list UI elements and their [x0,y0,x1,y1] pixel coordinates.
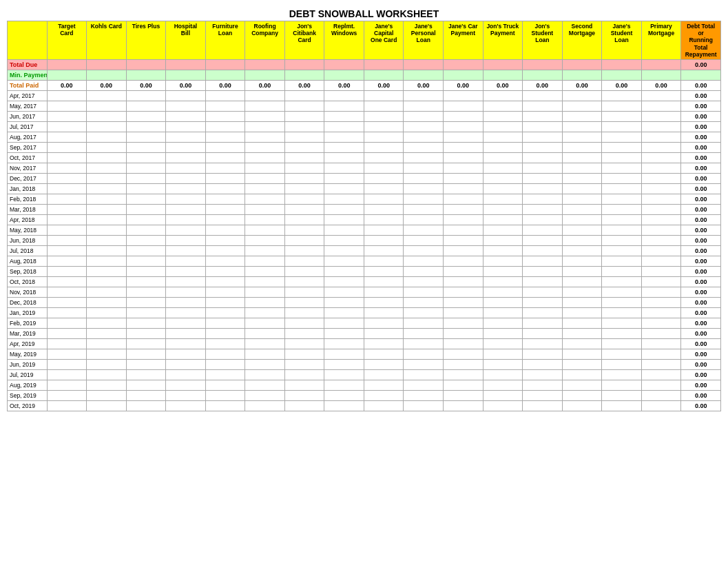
data-cell[interactable] [523,369,563,380]
data-cell[interactable] [602,194,642,204]
data-cell[interactable] [364,235,404,245]
data-cell[interactable] [324,400,364,411]
data-cell[interactable] [364,307,404,318]
data-cell[interactable] [364,287,404,297]
data-cell[interactable] [245,152,285,163]
data-cell[interactable] [284,121,324,132]
data-cell[interactable] [364,369,404,380]
data-cell[interactable] [205,163,245,173]
data-cell[interactable] [562,204,602,214]
data-cell[interactable] [523,194,563,204]
data-cell[interactable] [602,121,642,132]
data-cell[interactable] [562,194,602,204]
data-cell[interactable] [641,111,681,121]
data-cell[interactable] [47,214,87,225]
data-cell[interactable] [444,307,483,318]
data-cell[interactable] [47,204,87,214]
data-cell[interactable] [602,266,642,276]
data-cell[interactable] [284,318,324,328]
data-cell[interactable] [245,90,285,101]
data-cell[interactable] [166,101,206,111]
data-cell[interactable] [87,204,127,214]
data-cell[interactable] [205,142,245,152]
data-cell[interactable] [47,349,87,359]
data-cell[interactable] [166,90,206,101]
data-cell[interactable] [364,183,404,194]
data-cell[interactable] [324,390,364,400]
data-cell[interactable] [444,256,483,266]
data-cell[interactable] [245,235,285,245]
data-cell[interactable] [205,256,245,266]
data-cell[interactable] [47,183,87,194]
data-cell[interactable] [284,101,324,111]
data-cell[interactable] [126,204,166,214]
data-cell[interactable] [444,163,483,173]
data-cell[interactable] [641,204,681,214]
data-cell[interactable] [404,194,444,204]
data-cell[interactable] [364,111,404,121]
data-cell[interactable] [523,111,563,121]
data-cell[interactable] [602,152,642,163]
data-cell[interactable] [562,369,602,380]
data-cell[interactable] [483,121,523,132]
data-cell[interactable] [87,390,127,400]
data-cell[interactable] [284,214,324,225]
data-cell[interactable] [47,400,87,411]
data-cell[interactable] [444,142,483,152]
data-cell[interactable] [205,390,245,400]
data-cell[interactable] [205,111,245,121]
data-cell[interactable] [87,225,127,235]
data-cell[interactable] [166,287,206,297]
data-cell[interactable] [602,90,642,101]
data-cell[interactable] [404,328,444,338]
data-cell[interactable] [562,318,602,328]
data-cell[interactable] [324,349,364,359]
data-cell[interactable] [404,307,444,318]
data-cell[interactable] [444,235,483,245]
data-cell[interactable] [87,256,127,266]
data-cell[interactable] [205,307,245,318]
data-cell[interactable] [364,297,404,307]
data-cell[interactable] [602,328,642,338]
data-cell[interactable] [523,276,563,287]
data-cell[interactable] [444,390,483,400]
data-cell[interactable] [523,163,563,173]
data-cell[interactable] [245,380,285,390]
data-cell[interactable] [47,111,87,121]
data-cell[interactable] [324,142,364,152]
data-cell[interactable] [166,328,206,338]
data-cell[interactable] [126,287,166,297]
data-cell[interactable] [404,183,444,194]
data-cell[interactable] [324,338,364,349]
data-cell[interactable] [324,266,364,276]
data-cell[interactable] [245,390,285,400]
data-cell[interactable] [166,173,206,183]
data-cell[interactable] [404,338,444,349]
data-cell[interactable] [641,380,681,390]
data-cell[interactable] [245,121,285,132]
data-cell[interactable] [87,142,127,152]
data-cell[interactable] [245,225,285,235]
data-cell[interactable] [404,101,444,111]
data-cell[interactable] [364,214,404,225]
data-cell[interactable] [324,214,364,225]
data-cell[interactable] [126,328,166,338]
data-cell[interactable] [205,90,245,101]
data-cell[interactable] [483,266,523,276]
data-cell[interactable] [166,359,206,369]
data-cell[interactable] [404,90,444,101]
data-cell[interactable] [47,328,87,338]
data-cell[interactable] [324,225,364,235]
data-cell[interactable] [404,173,444,183]
data-cell[interactable] [562,245,602,256]
data-cell[interactable] [404,245,444,256]
data-cell[interactable] [284,204,324,214]
data-cell[interactable] [404,142,444,152]
data-cell[interactable] [562,101,602,111]
data-cell[interactable] [483,287,523,297]
data-cell[interactable] [641,287,681,297]
data-cell[interactable] [444,225,483,235]
data-cell[interactable] [483,142,523,152]
data-cell[interactable] [444,328,483,338]
data-cell[interactable] [562,349,602,359]
